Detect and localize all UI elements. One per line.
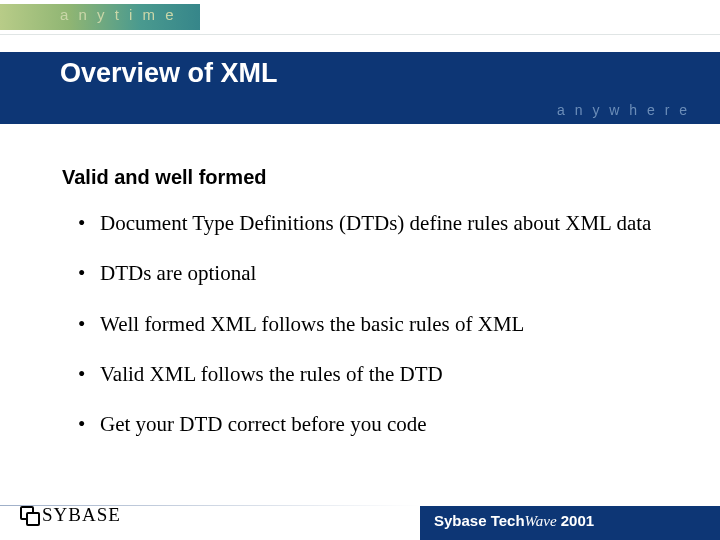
footer: SYBASE Sybase TechWave 2001 [0, 494, 720, 540]
slide-subtitle: Valid and well formed [62, 166, 267, 189]
bullet-item: Well formed XML follows the basic rules … [78, 311, 668, 337]
event-text: Sybase TechWave 2001 [434, 512, 594, 530]
slide-title: Overview of XML [60, 58, 278, 89]
title-banner: Overview of XML a n y w h e r e [0, 52, 720, 124]
bullet-item: Document Type Definitions (DTDs) define … [78, 210, 668, 236]
event-badge: Sybase TechWave 2001 [420, 506, 720, 540]
event-prefix: Sybase Tech [434, 512, 525, 529]
sybase-logo-text: SYBASE [42, 504, 121, 526]
slide: a n y t i m e Overview of XML a n y w h … [0, 0, 720, 540]
sybase-logo: SYBASE [20, 504, 121, 526]
sybase-logo-icon [20, 506, 38, 524]
bullet-list: Document Type Definitions (DTDs) define … [78, 210, 668, 461]
bullet-item: Get your DTD correct before you code [78, 411, 668, 437]
bullet-item: Valid XML follows the rules of the DTD [78, 361, 668, 387]
event-wave: Wave [525, 513, 557, 529]
banner-tag: a n y w h e r e [557, 102, 690, 118]
top-decoration: a n y t i m e [0, 0, 720, 38]
top-word: a n y t i m e [60, 6, 177, 23]
event-year: 2001 [557, 512, 595, 529]
bullet-item: DTDs are optional [78, 260, 668, 286]
top-rule [0, 34, 720, 35]
